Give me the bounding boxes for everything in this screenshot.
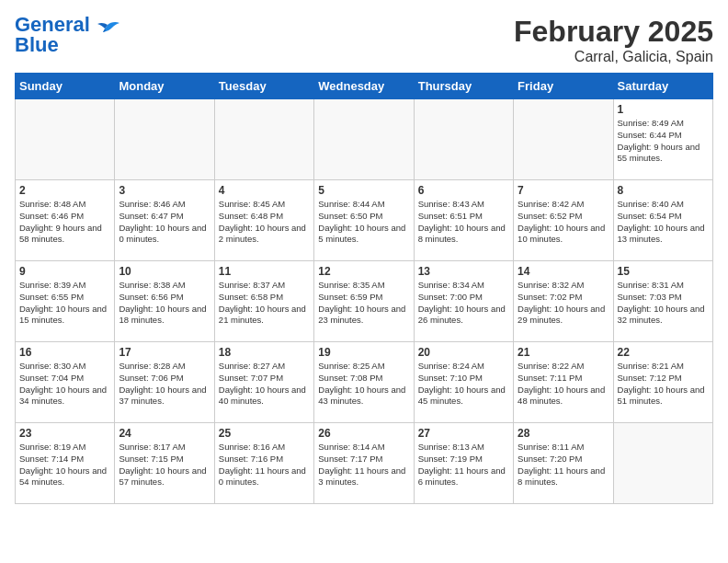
calendar-day-cell: 27Sunrise: 8:13 AM Sunset: 7:19 PM Dayli… xyxy=(414,423,513,504)
day-of-week-header: Wednesday xyxy=(314,74,414,99)
calendar-day-cell: 16Sunrise: 8:30 AM Sunset: 7:04 PM Dayli… xyxy=(16,342,115,423)
day-info: Sunrise: 8:44 AM Sunset: 6:50 PM Dayligh… xyxy=(318,199,409,246)
day-info: Sunrise: 8:27 AM Sunset: 7:07 PM Dayligh… xyxy=(219,361,310,408)
day-info: Sunrise: 8:38 AM Sunset: 6:56 PM Dayligh… xyxy=(119,280,210,327)
day-number: 19 xyxy=(318,346,409,359)
calendar-day-cell xyxy=(314,99,414,180)
day-number: 4 xyxy=(219,184,310,197)
calendar-day-cell xyxy=(514,99,613,180)
calendar-day-cell: 14Sunrise: 8:32 AM Sunset: 7:02 PM Dayli… xyxy=(514,261,613,342)
calendar-day-cell: 22Sunrise: 8:21 AM Sunset: 7:12 PM Dayli… xyxy=(613,342,712,423)
day-number: 24 xyxy=(119,427,210,440)
calendar-day-cell: 23Sunrise: 8:19 AM Sunset: 7:14 PM Dayli… xyxy=(16,423,115,504)
calendar-day-cell: 21Sunrise: 8:22 AM Sunset: 7:11 PM Dayli… xyxy=(514,342,613,423)
day-info: Sunrise: 8:30 AM Sunset: 7:04 PM Dayligh… xyxy=(19,361,110,408)
calendar-day-cell: 7Sunrise: 8:42 AM Sunset: 6:52 PM Daylig… xyxy=(514,180,613,261)
calendar-day-cell: 1Sunrise: 8:49 AM Sunset: 6:44 PM Daylig… xyxy=(613,99,712,180)
day-number: 1 xyxy=(618,103,709,116)
calendar-day-cell xyxy=(214,99,313,180)
day-of-week-header: Friday xyxy=(514,74,613,99)
calendar-day-cell: 4Sunrise: 8:45 AM Sunset: 6:48 PM Daylig… xyxy=(214,180,313,261)
calendar-day-cell: 19Sunrise: 8:25 AM Sunset: 7:08 PM Dayli… xyxy=(314,342,414,423)
calendar-day-cell xyxy=(414,99,513,180)
day-number: 17 xyxy=(119,346,210,359)
day-number: 16 xyxy=(19,346,110,359)
day-info: Sunrise: 8:37 AM Sunset: 6:58 PM Dayligh… xyxy=(219,280,310,327)
day-number: 13 xyxy=(418,265,509,278)
day-info: Sunrise: 8:40 AM Sunset: 6:54 PM Dayligh… xyxy=(618,199,709,246)
calendar-day-cell: 17Sunrise: 8:28 AM Sunset: 7:06 PM Dayli… xyxy=(115,342,214,423)
day-info: Sunrise: 8:21 AM Sunset: 7:12 PM Dayligh… xyxy=(618,361,709,408)
day-number: 12 xyxy=(318,265,409,278)
day-info: Sunrise: 8:16 AM Sunset: 7:16 PM Dayligh… xyxy=(219,442,310,488)
day-number: 23 xyxy=(19,427,110,440)
day-number: 26 xyxy=(318,427,409,440)
day-info: Sunrise: 8:17 AM Sunset: 7:15 PM Dayligh… xyxy=(119,442,210,488)
day-number: 18 xyxy=(219,346,310,359)
calendar-day-cell: 9Sunrise: 8:39 AM Sunset: 6:55 PM Daylig… xyxy=(16,261,115,342)
day-number: 10 xyxy=(119,265,210,278)
calendar-day-cell: 18Sunrise: 8:27 AM Sunset: 7:07 PM Dayli… xyxy=(214,342,313,423)
day-info: Sunrise: 8:24 AM Sunset: 7:10 PM Dayligh… xyxy=(418,361,509,408)
day-number: 22 xyxy=(618,346,709,359)
page-header: General Blue February 2025 Carral, Galic… xyxy=(15,15,713,65)
day-info: Sunrise: 8:11 AM Sunset: 7:20 PM Dayligh… xyxy=(518,442,609,488)
day-of-week-header: Monday xyxy=(115,74,214,99)
calendar-day-cell: 5Sunrise: 8:44 AM Sunset: 6:50 PM Daylig… xyxy=(314,180,414,261)
day-number: 11 xyxy=(219,265,310,278)
calendar-week-row: 2Sunrise: 8:48 AM Sunset: 6:46 PM Daylig… xyxy=(16,180,713,261)
calendar-day-cell xyxy=(16,99,115,180)
calendar-day-cell: 11Sunrise: 8:37 AM Sunset: 6:58 PM Dayli… xyxy=(214,261,313,342)
day-info: Sunrise: 8:43 AM Sunset: 6:51 PM Dayligh… xyxy=(418,199,509,246)
day-number: 14 xyxy=(518,265,609,278)
day-info: Sunrise: 8:32 AM Sunset: 7:02 PM Dayligh… xyxy=(518,280,609,327)
day-info: Sunrise: 8:34 AM Sunset: 7:00 PM Dayligh… xyxy=(418,280,509,327)
calendar-week-row: 23Sunrise: 8:19 AM Sunset: 7:14 PM Dayli… xyxy=(16,423,713,504)
logo-bird-icon xyxy=(94,20,121,40)
day-number: 5 xyxy=(318,184,409,197)
logo-text: General Blue xyxy=(15,15,90,55)
day-info: Sunrise: 8:25 AM Sunset: 7:08 PM Dayligh… xyxy=(318,361,409,408)
calendar-day-cell xyxy=(613,423,712,504)
calendar-day-cell: 28Sunrise: 8:11 AM Sunset: 7:20 PM Dayli… xyxy=(514,423,613,504)
day-info: Sunrise: 8:31 AM Sunset: 7:03 PM Dayligh… xyxy=(618,280,709,327)
calendar-day-cell: 2Sunrise: 8:48 AM Sunset: 6:46 PM Daylig… xyxy=(16,180,115,261)
page-title: February 2025 xyxy=(514,15,713,49)
calendar-day-cell: 12Sunrise: 8:35 AM Sunset: 6:59 PM Dayli… xyxy=(314,261,414,342)
calendar-day-cell: 26Sunrise: 8:14 AM Sunset: 7:17 PM Dayli… xyxy=(314,423,414,504)
calendar-day-cell: 20Sunrise: 8:24 AM Sunset: 7:10 PM Dayli… xyxy=(414,342,513,423)
day-info: Sunrise: 8:46 AM Sunset: 6:47 PM Dayligh… xyxy=(119,199,210,246)
day-of-week-header: Tuesday xyxy=(214,74,313,99)
day-info: Sunrise: 8:28 AM Sunset: 7:06 PM Dayligh… xyxy=(119,361,210,408)
logo: General Blue xyxy=(15,15,121,55)
calendar-week-row: 1Sunrise: 8:49 AM Sunset: 6:44 PM Daylig… xyxy=(16,99,713,180)
day-number: 8 xyxy=(618,184,709,197)
day-number: 3 xyxy=(119,184,210,197)
day-info: Sunrise: 8:35 AM Sunset: 6:59 PM Dayligh… xyxy=(318,280,409,327)
page-subtitle: Carral, Galicia, Spain xyxy=(514,49,713,65)
calendar-table: SundayMondayTuesdayWednesdayThursdayFrid… xyxy=(15,73,713,504)
day-number: 21 xyxy=(518,346,609,359)
day-info: Sunrise: 8:13 AM Sunset: 7:19 PM Dayligh… xyxy=(418,442,509,488)
day-number: 15 xyxy=(618,265,709,278)
day-info: Sunrise: 8:49 AM Sunset: 6:44 PM Dayligh… xyxy=(618,118,709,165)
day-info: Sunrise: 8:42 AM Sunset: 6:52 PM Dayligh… xyxy=(518,199,609,246)
day-number: 20 xyxy=(418,346,509,359)
day-of-week-header: Saturday xyxy=(613,74,712,99)
day-number: 9 xyxy=(19,265,110,278)
calendar-day-cell: 24Sunrise: 8:17 AM Sunset: 7:15 PM Dayli… xyxy=(115,423,214,504)
day-info: Sunrise: 8:14 AM Sunset: 7:17 PM Dayligh… xyxy=(318,442,409,488)
day-number: 28 xyxy=(518,427,609,440)
day-number: 25 xyxy=(219,427,310,440)
calendar-week-row: 16Sunrise: 8:30 AM Sunset: 7:04 PM Dayli… xyxy=(16,342,713,423)
day-number: 2 xyxy=(19,184,110,197)
calendar-day-cell xyxy=(115,99,214,180)
calendar-day-cell: 25Sunrise: 8:16 AM Sunset: 7:16 PM Dayli… xyxy=(214,423,313,504)
title-block: February 2025 Carral, Galicia, Spain xyxy=(514,15,713,65)
day-number: 6 xyxy=(418,184,509,197)
calendar-day-cell: 10Sunrise: 8:38 AM Sunset: 6:56 PM Dayli… xyxy=(115,261,214,342)
day-info: Sunrise: 8:48 AM Sunset: 6:46 PM Dayligh… xyxy=(19,199,110,246)
calendar-day-cell: 8Sunrise: 8:40 AM Sunset: 6:54 PM Daylig… xyxy=(613,180,712,261)
day-number: 7 xyxy=(518,184,609,197)
day-info: Sunrise: 8:45 AM Sunset: 6:48 PM Dayligh… xyxy=(219,199,310,246)
